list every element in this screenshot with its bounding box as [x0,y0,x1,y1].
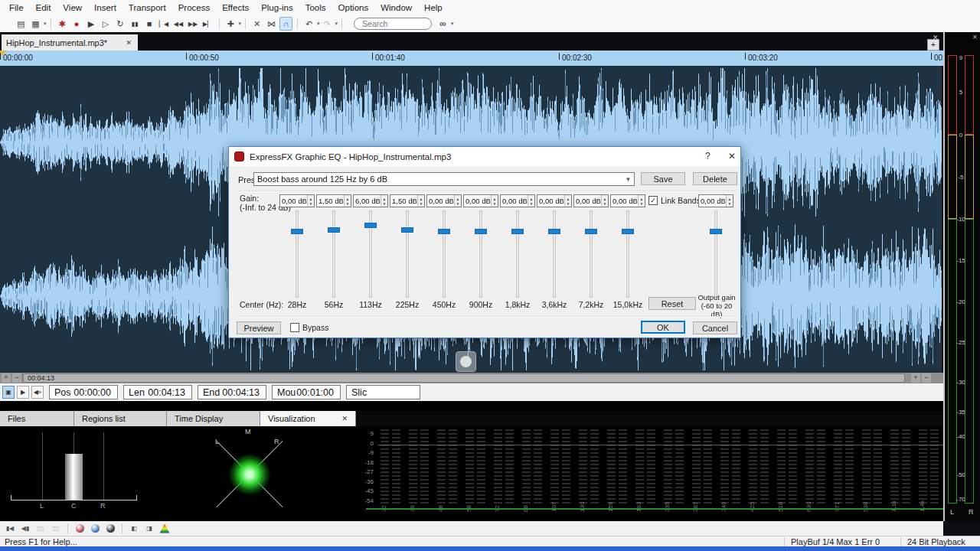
edit-tool-icon-dropdown[interactable]: ▾ [239,21,242,27]
band-2-gain-spinner[interactable]: 1,50 dB▲▼ [316,194,351,207]
zoom-out-button-right[interactable]: − [922,373,931,383]
menu-transport[interactable]: Transport [122,2,172,14]
goniometer-icon[interactable] [89,523,101,534]
scrub-hub-button[interactable] [456,351,476,372]
cancel-button[interactable]: Cancel [693,321,737,334]
save-icon-dropdown[interactable]: ▾ [44,21,47,27]
panel-tab-timedisplay[interactable]: Time Display [167,411,260,426]
time-ruler[interactable]: 00:00:0000:00:5000:01:4000:02:3000:03:20… [0,51,943,66]
band-8-gain-spinner[interactable]: 0,00 dB▲▼ [537,194,572,207]
playbar-play-icon[interactable]: ▶ [17,386,29,399]
band-4-gain-spinner[interactable]: 1,50 dB▲▼ [390,194,425,207]
snap-icon[interactable]: ∩ [279,17,292,31]
zoom-out-button[interactable]: − [12,373,21,383]
find-dropdown-icon[interactable]: ▾ [451,21,454,27]
page-prev-icon[interactable]: ▯▯ [34,523,47,534]
pan-left-icon[interactable]: ◧ [128,523,140,534]
crossfade-icon[interactable]: ⋈ [265,17,278,31]
menu-help[interactable]: Help [418,2,449,14]
delete-button[interactable]: Delete [693,172,737,185]
stop-icon[interactable]: ■ [143,17,156,31]
band-10-gain-spinner[interactable]: 0,00 dB▲▼ [610,194,645,207]
spinner-arrows-icon[interactable]: ▲▼ [454,195,461,207]
band-3-slider[interactable] [369,210,372,298]
band-7-gain-spinner[interactable]: 0,00 dB▲▼ [500,194,535,207]
spinner-arrows-icon[interactable]: ▲▼ [564,195,571,207]
band-5-gain-spinner[interactable]: 0,00 dB▲▼ [426,194,462,207]
preset-combobox[interactable]: Boost bass around 125 Hz by 6 dB ▼ [253,172,635,186]
marker-end-icon[interactable]: ◀▮ [19,523,31,534]
band-1-slider-handle[interactable] [291,229,303,234]
spinner-arrows-icon[interactable]: ▲▼ [528,195,534,207]
spinner-arrows-icon[interactable]: ▲▼ [638,195,645,207]
meters-close-icon[interactable]: ✕ [972,34,978,41]
redo-icon[interactable]: ↷ [321,17,334,31]
dialog-help-button[interactable]: ? [705,151,710,161]
document-tab-close-icon[interactable]: ✕ [124,39,133,47]
zoom-in-button[interactable]: + [2,373,11,383]
undo-icon[interactable]: ↶ [302,17,315,31]
crop-icon[interactable]: ✕ [250,17,263,31]
band-3-gain-spinner[interactable]: 6,00 dB▲▼ [353,194,388,207]
output-gain-spinner[interactable]: 0,00 dB ▲▼ [698,194,733,207]
restore-layout-button[interactable]: + [927,39,939,51]
menu-window[interactable]: Window [374,2,418,14]
menu-edit[interactable]: Edit [30,2,57,14]
phase-scope-icon[interactable] [104,523,116,534]
band-5-slider-handle[interactable] [438,229,450,234]
band-10-slider-handle[interactable] [622,229,634,234]
record-icon[interactable]: ● [70,17,83,31]
band-8-slider-handle[interactable] [548,229,560,234]
preview-button[interactable]: Preview [237,321,281,334]
band-5-slider[interactable] [443,210,446,298]
undo-icon-dropdown[interactable]: ▾ [317,21,320,27]
menu-tools[interactable]: Tools [299,2,332,14]
pause-icon[interactable]: ▮▮ [129,17,142,31]
page-next-icon[interactable]: ▯▯ [50,523,62,534]
link-bands-checkbox[interactable]: ✓ Link Bands [648,196,701,205]
field-len[interactable]: Len00:04:13 [123,385,192,399]
band-3-slider-handle[interactable] [364,223,377,228]
tab-close-icon[interactable]: ✕ [335,415,348,422]
menu-insert[interactable]: Insert [88,2,122,14]
band-10-slider[interactable] [626,210,629,298]
panel-tab-regionslist[interactable]: Regions list [74,411,167,426]
menu-file[interactable]: File [3,2,30,14]
band-9-gain-spinner[interactable]: 0,00 dB▲▼ [573,194,609,207]
edit-mode-button[interactable]: ▣ [2,386,15,399]
save-button[interactable]: Save [641,172,685,185]
search-input[interactable] [361,18,425,29]
menu-plugins[interactable]: Plug-ins [255,2,299,14]
level-histogram-icon[interactable] [74,523,86,534]
go-to-start-icon[interactable]: ▏◀ [158,17,171,31]
dialog-title-bar[interactable]: ExpressFX Graphic EQ - HipHop_Instrument… [229,147,740,166]
menu-effects[interactable]: Effects [216,2,255,14]
menu-view[interactable]: View [57,2,88,14]
band-4-slider-handle[interactable] [401,227,413,233]
audio-device-icon[interactable]: ◀» [31,386,44,399]
output-gain-slider[interactable] [714,210,717,298]
edit-tool-icon[interactable]: ✚ [224,17,237,31]
spinner-arrows-icon[interactable]: ▲▼ [381,195,387,207]
reset-button[interactable]: Reset [648,297,696,310]
menu-options[interactable]: Options [332,2,375,14]
spinner-arrows-icon[interactable]: ▲▼ [601,195,608,207]
band-8-slider[interactable] [553,210,556,298]
spinner-arrows-icon[interactable]: ▲▼ [417,195,424,207]
band-1-slider[interactable] [296,210,299,298]
dialog-close-icon[interactable]: ✕ [728,151,736,161]
fast-forward-icon[interactable]: ▶▶ [187,17,200,31]
save-icon[interactable]: ▦ [29,17,42,31]
loop-playback-icon[interactable]: ↻ [114,17,127,31]
combo-dropdown-icon[interactable]: ▼ [622,176,634,183]
document-tab[interactable]: HipHop_Instrumental.mp3* ✕ [2,34,138,51]
spinner-arrows-icon[interactable]: ▲▼ [307,195,314,207]
play-icon[interactable]: ▶ [85,17,98,31]
spectrum-rainbow-icon[interactable] [158,523,171,534]
band-6-slider-handle[interactable] [475,229,487,234]
band-7-slider-handle[interactable] [511,229,524,234]
ok-button[interactable]: OK [641,321,685,334]
band-6-gain-spinner[interactable]: 0,00 dB▲▼ [463,194,498,207]
spinner-arrows-icon[interactable]: ▲▼ [344,195,351,207]
menu-process[interactable]: Process [172,2,217,14]
